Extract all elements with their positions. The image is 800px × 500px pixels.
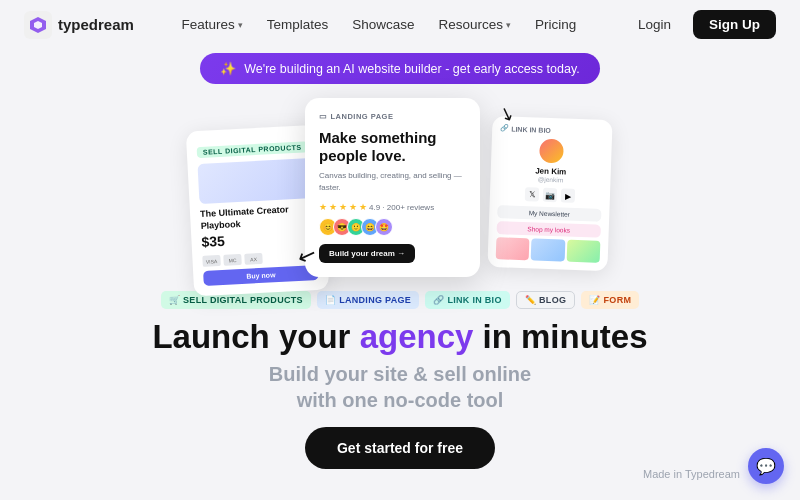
logo-icon — [24, 11, 52, 39]
instagram-icon[interactable]: 📷 — [543, 188, 557, 202]
navbar: typedream Features ▾ Templates Showcase … — [0, 0, 800, 49]
page-icon: ▭ — [319, 112, 328, 121]
cta-button[interactable]: Get started for free — [305, 427, 495, 469]
link-icon: 🔗 — [433, 295, 444, 305]
subheadline: Build your site & sell online with one n… — [269, 361, 531, 413]
headline-start: Launch your — [152, 318, 359, 355]
bio-images — [496, 237, 601, 263]
bio-image-2 — [531, 238, 565, 261]
login-button[interactable]: Login — [624, 11, 685, 38]
social-icons: 𝕏 📷 ▶ — [498, 186, 602, 204]
made-in-label: Made in Typedream — [643, 468, 740, 480]
cart-icon: 🛒 — [169, 295, 180, 305]
chat-icon: 💬 — [756, 457, 776, 476]
card-landing-page: ▭ Landing Page Make something people lov… — [305, 98, 480, 277]
landing-page-title: Make something people love. — [319, 129, 466, 165]
card-sell-image — [197, 158, 314, 204]
chevron-down-icon: ▾ — [238, 20, 243, 30]
page-icon: 📄 — [325, 295, 336, 305]
announcement-banner[interactable]: ✨ We're building an AI website builder -… — [0, 53, 800, 84]
banner-inner: ✨ We're building an AI website builder -… — [200, 53, 599, 84]
logo-text: typedream — [58, 16, 134, 33]
landing-page-cta[interactable]: Build your dream → — [319, 244, 415, 263]
landing-page-tag: ▭ Landing Page — [319, 112, 466, 121]
bio-avatar — [539, 139, 564, 164]
blog-icon: ✏️ — [525, 295, 536, 305]
star-rating: ★ ★ ★ ★ ★ 4.9 · 200+ reviews — [319, 202, 466, 212]
amex-icon: AX — [244, 253, 263, 265]
twitter-icon[interactable]: 𝕏 — [525, 187, 539, 201]
card-link-in-bio: 🔗 Link in Bio Jen Kim @jenkim 𝕏 📷 ▶ My N… — [487, 116, 612, 271]
youtube-icon[interactable]: ▶ — [561, 188, 575, 202]
logo[interactable]: typedream — [24, 11, 134, 39]
card-sell-btn[interactable]: Buy now — [203, 265, 319, 286]
tag-blog: ✏️ Blog — [516, 291, 576, 309]
tag-landing-page: 📄 Landing Page — [317, 291, 419, 309]
headline: Launch your agency in minutes — [152, 319, 647, 355]
card-sell-title: The Ultimate Creator Playbook — [200, 203, 316, 232]
nav-pricing[interactable]: Pricing — [525, 12, 586, 37]
sparkle-icon: ✨ — [220, 61, 236, 76]
bio-image-1 — [496, 237, 530, 260]
tag-form: 📝 Form — [581, 291, 639, 309]
nav-features[interactable]: Features ▾ — [171, 12, 252, 37]
headline-accent: agency — [360, 318, 474, 355]
hero-section: Sell Digital Products The Ultimate Creat… — [0, 94, 800, 469]
form-icon: 📝 — [589, 295, 600, 305]
card-sell-tag: Sell Digital Products — [197, 141, 308, 158]
signup-button[interactable]: Sign Up — [693, 10, 776, 39]
nav-actions: Login Sign Up — [624, 10, 776, 39]
user-avatars: 😊 😎 🙂 😄 🤩 — [319, 218, 466, 236]
headline-end: in minutes — [473, 318, 647, 355]
chevron-down-icon: ▾ — [506, 20, 511, 30]
bio-link-2[interactable]: Shop my looks — [497, 221, 601, 238]
mockup-container: Sell Digital Products The Ultimate Creat… — [190, 98, 610, 283]
nav-resources[interactable]: Resources ▾ — [429, 12, 522, 37]
nav-templates[interactable]: Templates — [257, 12, 339, 37]
chat-widget-button[interactable]: 💬 — [748, 448, 784, 484]
nav-showcase[interactable]: Showcase — [342, 12, 424, 37]
link-in-bio-tag: 🔗 Link in Bio — [500, 124, 604, 136]
avatar-5: 🤩 — [375, 218, 393, 236]
mc-icon: MC — [223, 254, 242, 266]
tag-link-in-bio: 🔗 Link in Bio — [425, 291, 510, 309]
nav-links: Features ▾ Templates Showcase Resources … — [171, 12, 586, 37]
landing-page-sub: Canvas building, creating, and selling —… — [319, 170, 466, 194]
bio-link-1[interactable]: My Newsletter — [497, 205, 601, 222]
visa-icon: VISA — [202, 255, 221, 267]
banner-text: We're building an AI website builder - g… — [244, 62, 579, 76]
bio-image-3 — [566, 240, 600, 263]
